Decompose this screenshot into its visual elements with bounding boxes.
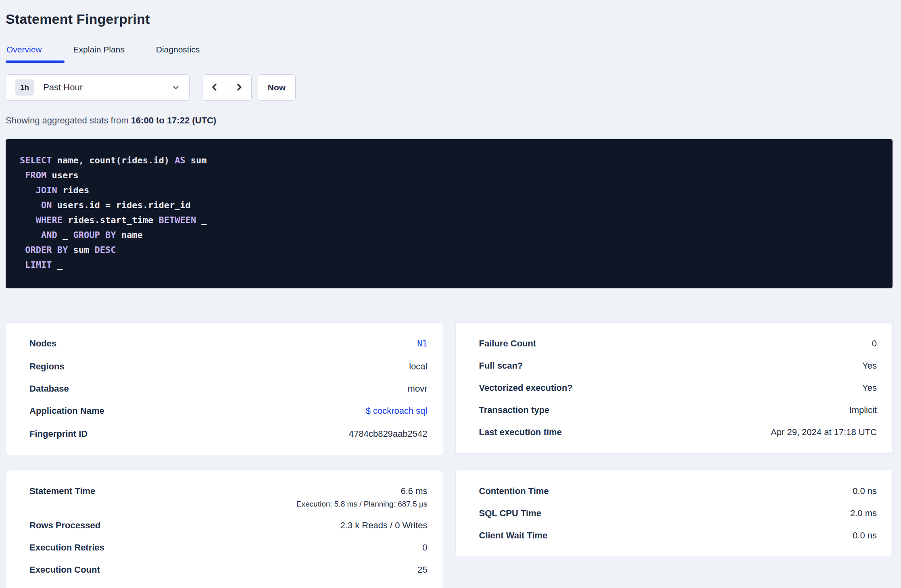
chevron-left-icon — [210, 81, 219, 94]
summary-row: Execution Retries0 — [29, 536, 428, 559]
sql-line: LIMIT _ — [20, 257, 880, 272]
sql-line: ORDER BY sum DESC — [20, 242, 880, 257]
sql-line: AND _ GROUP BY name — [20, 227, 880, 242]
row-label: Execution Count — [29, 564, 100, 575]
row-subvalue: Execution: 5.8 ms / Planning: 687.5 µs — [296, 499, 428, 509]
row-label: SQL CPU Time — [479, 508, 541, 519]
row-value-link[interactable]: N1 — [417, 339, 427, 348]
row-label: Transaction type — [479, 405, 550, 415]
row-value: Apr 29, 2024 at 17:18 UTC — [771, 427, 877, 438]
summary-row: Contention Time0.0 ns — [479, 480, 877, 502]
chevron-down-icon — [171, 83, 180, 92]
row-label: Client Wait Time — [479, 530, 548, 541]
row-value-link[interactable]: $ cockroach sql — [366, 406, 428, 416]
row-value: 0.0 ns — [853, 530, 877, 541]
summary-row: Client Wait Time0.0 ns — [479, 524, 877, 546]
row-value: 25 — [417, 564, 427, 575]
now-button[interactable]: Now — [258, 74, 296, 101]
row-label: Regions — [29, 361, 65, 372]
tab-diagnostics[interactable]: Diagnostics — [155, 42, 223, 62]
row-label: Application Name — [29, 405, 104, 416]
wait-timing-card: Contention Time0.0 nsSQL CPU Time2.0 msC… — [455, 470, 893, 557]
stats-caption-range: 16:00 to 17:22 (UTC) — [131, 115, 217, 125]
tab-bar: OverviewExplain PlansDiagnostics — [6, 42, 893, 62]
sql-line: SELECT name, count(rides.id) AS sum — [20, 153, 880, 168]
sql-line: FROM users — [20, 168, 880, 183]
summary-row: Databasemovr — [29, 377, 428, 400]
next-time-button[interactable] — [227, 75, 251, 100]
row-label: Fingerprint ID — [29, 428, 88, 439]
sql-line: ON users.id = rides.rider_id — [20, 198, 880, 213]
row-label: Failure Count — [479, 338, 536, 349]
statement-timing-card: Statement Time6.6 msExecution: 5.8 ms / … — [6, 470, 443, 588]
summary-row: Last execution timeApr 29, 2024 at 17:18… — [479, 421, 877, 443]
summary-row: Execution Count25 — [29, 559, 428, 581]
sql-line: JOIN rides — [20, 183, 880, 198]
statement-fingerprint-page: Statement Fingerprint OverviewExplain Pl… — [0, 0, 901, 588]
summary-row: Rows Processed2.3 k Reads / 0 Writes — [29, 514, 428, 536]
row-value: 0 — [872, 338, 877, 349]
overview-details-card: NodesN1RegionslocalDatabasemovrApplicati… — [6, 322, 443, 455]
row-label: Database — [29, 383, 69, 394]
summary-row: Full scan?Yes — [479, 354, 877, 377]
time-controls: 1h Past Hour Now — [6, 74, 893, 101]
summary-cards: NodesN1RegionslocalDatabasemovrApplicati… — [6, 322, 893, 588]
summary-row: Failure Count0 — [479, 332, 877, 354]
summary-row: SQL CPU Time2.0 ms — [479, 502, 877, 524]
page-title: Statement Fingerprint — [6, 11, 893, 27]
row-label: Last execution time — [479, 427, 562, 438]
row-value: 0 — [422, 542, 427, 553]
row-label: Full scan? — [479, 360, 523, 371]
sql-statement-box: SELECT name, count(rides.id) AS sum FROM… — [6, 139, 893, 288]
row-value: 0.0 ns — [853, 486, 877, 496]
row-value: local — [409, 361, 427, 372]
row-label: Vectorized execution? — [479, 382, 573, 393]
summary-row: Fingerprint ID4784cb829aab2542 — [29, 423, 428, 445]
row-label: Rows Processed — [29, 520, 100, 531]
summary-row: Application Name$ cockroach sql — [29, 400, 428, 423]
time-range-label: Past Hour — [43, 82, 83, 93]
row-label: Contention Time — [479, 486, 549, 496]
summary-row: Regionslocal — [29, 355, 428, 377]
row-label: Execution Retries — [29, 542, 104, 553]
tab-explain-plans[interactable]: Explain Plans — [73, 42, 147, 62]
time-range-dropdown[interactable]: 1h Past Hour — [6, 74, 190, 101]
stats-caption-prefix: Showing aggregated stats from — [6, 115, 131, 125]
row-value: 2.3 k Reads / 0 Writes — [340, 520, 427, 531]
time-range-badge: 1h — [15, 79, 34, 96]
row-value: Yes — [862, 360, 877, 371]
time-step-buttons — [202, 74, 252, 101]
summary-row: NodesN1 — [29, 332, 428, 355]
chevron-right-icon — [234, 81, 244, 94]
row-label: Statement Time — [29, 486, 95, 496]
row-value: Implicit — [849, 405, 877, 415]
summary-row: Vectorized execution?Yes — [479, 377, 877, 399]
sql-line: WHERE rides.start_time BETWEEN _ — [20, 213, 880, 227]
row-value: movr — [408, 383, 428, 394]
row-value: 2.0 ms — [850, 508, 877, 519]
row-value: Yes — [862, 382, 877, 393]
stats-caption: Showing aggregated stats from 16:00 to 1… — [6, 115, 893, 126]
tab-overview[interactable]: Overview — [6, 42, 65, 62]
row-value: 4784cb829aab2542 — [349, 428, 428, 439]
row-label: Nodes — [29, 338, 56, 349]
execution-attributes-card: Failure Count0Full scan?YesVectorized ex… — [455, 322, 893, 454]
row-value: 6.6 ms — [296, 486, 428, 496]
summary-row: Statement Time6.6 msExecution: 5.8 ms / … — [29, 480, 428, 514]
summary-row: Transaction typeImplicit — [479, 399, 877, 421]
prev-time-button[interactable] — [202, 75, 227, 100]
